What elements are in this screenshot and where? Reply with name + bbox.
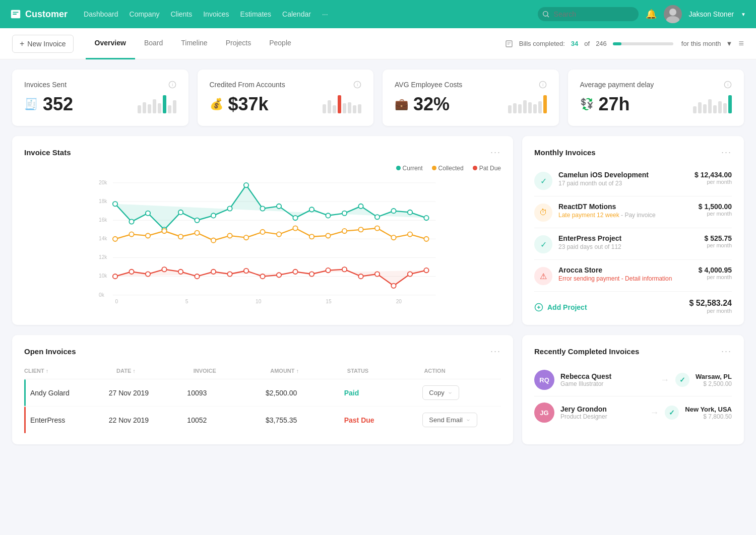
recent-menu-dots[interactable]: ··· bbox=[721, 346, 732, 357]
monthly-total-period: per month bbox=[689, 308, 732, 314]
cell-client-1: Andy Golard bbox=[30, 389, 109, 397]
stat-number-1: 352 bbox=[43, 94, 73, 115]
stat-icon-2: 💰 bbox=[210, 98, 223, 111]
row-indicator-2 bbox=[24, 407, 26, 433]
svg-point-64 bbox=[244, 235, 248, 240]
svg-point-88 bbox=[293, 270, 297, 274]
svg-point-83 bbox=[211, 270, 216, 274]
svg-point-38 bbox=[146, 211, 150, 216]
notification-bell[interactable]: 🔔 bbox=[646, 9, 657, 20]
monthly-panel-header: Monthly Invoices ··· bbox=[534, 147, 732, 158]
nav-more[interactable]: ··· bbox=[322, 10, 328, 18]
cell-action-2: Send Email bbox=[422, 413, 501, 427]
svg-point-40 bbox=[178, 210, 183, 215]
svg-point-70 bbox=[342, 229, 347, 233]
col-invoice: INVOICE bbox=[194, 368, 271, 374]
search-input[interactable] bbox=[538, 7, 639, 21]
svg-point-59 bbox=[162, 229, 166, 233]
svg-point-82 bbox=[195, 274, 199, 279]
nav-invoices[interactable]: Invoices bbox=[203, 10, 229, 18]
svg-rect-5 bbox=[506, 41, 512, 47]
subnav-menu-dots[interactable]: ≡ bbox=[738, 38, 744, 49]
stat-cards-row: Invoices Sent i 🧾 352 bbox=[12, 70, 744, 126]
svg-text:5: 5 bbox=[185, 299, 188, 304]
recent-name-2: Jery Grondon bbox=[560, 405, 644, 413]
stat-value-4: 💱 27h bbox=[580, 94, 732, 115]
row-indicator-1 bbox=[24, 379, 26, 406]
monthly-item-detail-link[interactable]: - Detail information bbox=[621, 275, 672, 282]
cell-action-1: Copy bbox=[422, 385, 501, 400]
tab-projects[interactable]: Projects bbox=[217, 28, 261, 59]
col-sort-amount: ↑ bbox=[296, 368, 299, 374]
stat-title-4: Average payment delay bbox=[580, 81, 654, 89]
svg-point-68 bbox=[309, 234, 314, 239]
tab-overview[interactable]: Overview bbox=[86, 28, 135, 59]
new-invoice-label: New Invoice bbox=[27, 40, 66, 48]
stat-value-3: 💼 32% bbox=[395, 94, 547, 115]
svg-text:i: i bbox=[542, 82, 543, 87]
recent-amount-2: $ 7,800.50 bbox=[685, 413, 732, 420]
nav-company[interactable]: Company bbox=[130, 10, 160, 18]
add-project-button[interactable]: Add Project bbox=[534, 303, 587, 312]
svg-text:14k: 14k bbox=[99, 236, 107, 241]
open-invoices-menu-dots[interactable]: ··· bbox=[490, 346, 501, 357]
svg-point-4 bbox=[666, 16, 679, 23]
new-invoice-button[interactable]: + New Invoice bbox=[12, 35, 74, 53]
send-email-button[interactable]: Send Email bbox=[422, 413, 477, 427]
cell-amount-1: $2,500.00 bbox=[266, 389, 344, 397]
nav-dashboard[interactable]: Dashboard bbox=[84, 10, 118, 18]
stat-chart-1 bbox=[138, 95, 176, 113]
plus-icon: + bbox=[20, 39, 24, 48]
svg-point-50 bbox=[342, 211, 347, 216]
copy-button[interactable]: Copy bbox=[422, 385, 459, 400]
monthly-item-price-4: $ 4,000.95 bbox=[699, 266, 732, 274]
tab-board[interactable]: Board bbox=[135, 28, 172, 59]
legend-pastdue: Pat Due bbox=[473, 165, 501, 172]
table-row: EnterPress 22 Nov 2019 10052 $3,755.35 P… bbox=[24, 407, 501, 433]
nav-estimates[interactable]: Estimates bbox=[240, 10, 271, 18]
cell-invoice-1: 10093 bbox=[187, 389, 266, 397]
user-dropdown-icon[interactable]: ▼ bbox=[741, 12, 746, 17]
nav-calendar[interactable]: Calendar bbox=[282, 10, 311, 18]
monthly-item-info-3: EnterPress Project 23 paid days out of 1… bbox=[558, 234, 699, 250]
bills-icon bbox=[505, 40, 513, 48]
monthly-item-name-4: Arocca Store bbox=[558, 266, 692, 274]
recent-item-1: RQ Rebecca Quest Game Illustrator → ✓ Wa… bbox=[534, 364, 732, 396]
svg-text:20k: 20k bbox=[99, 180, 107, 185]
chart-menu-dots[interactable]: ··· bbox=[490, 147, 501, 158]
monthly-menu-dots[interactable]: ··· bbox=[721, 147, 732, 158]
svg-point-3 bbox=[669, 9, 676, 16]
monthly-item-sub-2: Late payment 12 week - Pay invoice bbox=[558, 212, 692, 219]
chart-legend: Current Collected Pat Due bbox=[24, 165, 501, 172]
cell-status-1: Paid bbox=[344, 389, 423, 397]
monthly-item-sub-3: 23 paid days out of 112 bbox=[558, 243, 699, 250]
monthly-item-price-1: $ 12,434.00 bbox=[695, 171, 732, 179]
legend-current: Current bbox=[396, 165, 423, 172]
col-sort-date: ↑ bbox=[133, 368, 136, 374]
period-label: for this month bbox=[681, 40, 721, 47]
tab-people[interactable]: People bbox=[260, 28, 300, 59]
monthly-item-1: ✓ Camelun iOS Development 17 paid month … bbox=[534, 165, 732, 196]
recent-role-1: Game Illustrator bbox=[560, 380, 654, 387]
stat-title-1: Invoices Sent bbox=[24, 81, 67, 89]
col-action: ACTION bbox=[424, 368, 501, 374]
recent-location-1: Warsaw, PL $ 2,500.00 bbox=[696, 373, 732, 387]
period-dropdown[interactable]: ▼ bbox=[726, 40, 733, 47]
svg-point-44 bbox=[244, 183, 248, 187]
nav-clients[interactable]: Clients bbox=[170, 10, 192, 18]
svg-point-57 bbox=[129, 232, 134, 236]
stat-card-header-3: AVG Employee Costs i bbox=[395, 81, 547, 89]
svg-text:i: i bbox=[172, 82, 173, 87]
stat-card-header-4: Average payment delay i bbox=[580, 81, 732, 89]
monthly-item-amount-2: $ 1,500.00 per month bbox=[699, 203, 732, 217]
bills-label: Bills completed: bbox=[519, 40, 565, 47]
svg-point-49 bbox=[326, 213, 330, 218]
monthly-footer: Add Project $ 52,583.24 per month bbox=[534, 296, 732, 314]
svg-point-80 bbox=[162, 267, 166, 272]
tab-timeline[interactable]: Timeline bbox=[172, 28, 216, 59]
recent-name-1: Rebecca Quest bbox=[560, 372, 654, 380]
monthly-item-info-2: ReactDT Motions Late payment 12 week - P… bbox=[558, 203, 692, 219]
nav-links: Dashboard Company Clients Invoices Estim… bbox=[84, 10, 526, 18]
open-invoices-title: Open Invoices bbox=[24, 347, 76, 356]
svg-point-86 bbox=[260, 274, 265, 279]
